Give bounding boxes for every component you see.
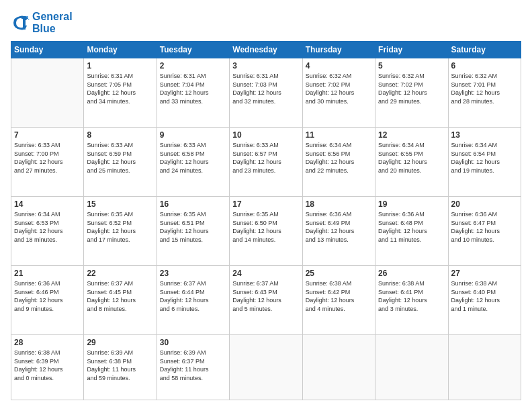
- day-info: Sunrise: 6:36 AMSunset: 6:49 PMDaylight:…: [306, 210, 372, 244]
- day-info: Sunrise: 6:39 AMSunset: 6:38 PMDaylight:…: [87, 349, 153, 382]
- calendar-cell: 1Sunrise: 6:31 AMSunset: 7:05 PMDaylight…: [84, 58, 157, 128]
- day-info: Sunrise: 6:32 AMSunset: 7:02 PMDaylight:…: [378, 72, 445, 105]
- calendar-cell: [448, 334, 521, 400]
- day-info: Sunrise: 6:35 AMSunset: 6:52 PMDaylight:…: [87, 210, 153, 244]
- day-info: Sunrise: 6:34 AMSunset: 6:55 PMDaylight:…: [378, 141, 445, 175]
- calendar-cell: 9Sunrise: 6:33 AMSunset: 6:58 PMDaylight…: [157, 128, 229, 197]
- day-info: Sunrise: 6:34 AMSunset: 6:56 PMDaylight:…: [306, 141, 372, 175]
- calendar-cell: 28Sunrise: 6:38 AMSunset: 6:39 PMDayligh…: [11, 334, 84, 400]
- day-number: 10: [232, 130, 299, 140]
- day-number: 4: [306, 61, 372, 71]
- calendar-cell: 24Sunrise: 6:37 AMSunset: 6:43 PMDayligh…: [230, 266, 302, 335]
- day-info: Sunrise: 6:33 AMSunset: 6:58 PMDaylight:…: [160, 141, 226, 175]
- weekday-header: Monday: [84, 42, 157, 58]
- day-info: Sunrise: 6:31 AMSunset: 7:05 PMDaylight:…: [87, 72, 153, 105]
- calendar-cell: 25Sunrise: 6:38 AMSunset: 6:42 PMDayligh…: [302, 266, 375, 335]
- weekday-header: Tuesday: [157, 42, 229, 58]
- day-number: 2: [160, 61, 226, 71]
- day-number: 20: [451, 199, 518, 209]
- day-info: Sunrise: 6:37 AMSunset: 6:43 PMDaylight:…: [232, 279, 299, 313]
- day-info: Sunrise: 6:31 AMSunset: 7:04 PMDaylight:…: [160, 72, 226, 105]
- calendar-cell: 19Sunrise: 6:36 AMSunset: 6:48 PMDayligh…: [375, 197, 448, 266]
- day-number: 27: [451, 269, 518, 278]
- calendar-table: SundayMondayTuesdayWednesdayThursdayFrid…: [11, 41, 521, 400]
- day-info: Sunrise: 6:33 AMSunset: 6:57 PMDaylight:…: [232, 141, 299, 175]
- calendar-cell: 15Sunrise: 6:35 AMSunset: 6:52 PMDayligh…: [84, 197, 157, 266]
- day-number: 26: [378, 269, 445, 278]
- day-info: Sunrise: 6:37 AMSunset: 6:44 PMDaylight:…: [160, 279, 226, 313]
- day-number: 23: [160, 269, 226, 278]
- day-number: 21: [14, 269, 81, 278]
- calendar-cell: 20Sunrise: 6:36 AMSunset: 6:47 PMDayligh…: [448, 197, 521, 266]
- calendar-cell: 14Sunrise: 6:34 AMSunset: 6:53 PMDayligh…: [11, 197, 84, 266]
- day-number: 19: [378, 199, 445, 209]
- day-number: 30: [160, 338, 226, 347]
- calendar-cell: 23Sunrise: 6:37 AMSunset: 6:44 PMDayligh…: [157, 266, 229, 335]
- day-number: 15: [87, 199, 153, 209]
- day-number: 28: [14, 338, 81, 347]
- day-info: Sunrise: 6:32 AMSunset: 7:01 PMDaylight:…: [451, 72, 518, 105]
- day-info: Sunrise: 6:36 AMSunset: 6:47 PMDaylight:…: [451, 210, 518, 244]
- day-number: 29: [87, 338, 153, 347]
- day-info: Sunrise: 6:36 AMSunset: 6:48 PMDaylight:…: [378, 210, 445, 244]
- calendar-cell: 16Sunrise: 6:35 AMSunset: 6:51 PMDayligh…: [157, 197, 229, 266]
- calendar-cell: 5Sunrise: 6:32 AMSunset: 7:02 PMDaylight…: [375, 58, 448, 128]
- day-number: 14: [14, 199, 81, 209]
- day-number: 11: [306, 130, 372, 140]
- calendar-cell: 11Sunrise: 6:34 AMSunset: 6:56 PMDayligh…: [302, 128, 375, 197]
- calendar-cell: 18Sunrise: 6:36 AMSunset: 6:49 PMDayligh…: [302, 197, 375, 266]
- calendar-cell: 13Sunrise: 6:34 AMSunset: 6:54 PMDayligh…: [448, 128, 521, 197]
- day-number: 12: [378, 130, 445, 140]
- calendar-cell: 10Sunrise: 6:33 AMSunset: 6:57 PMDayligh…: [230, 128, 302, 197]
- day-info: Sunrise: 6:37 AMSunset: 6:45 PMDaylight:…: [87, 279, 153, 313]
- day-number: 8: [87, 130, 153, 140]
- calendar-cell: 3Sunrise: 6:31 AMSunset: 7:03 PMDaylight…: [230, 58, 302, 128]
- calendar-cell: 27Sunrise: 6:38 AMSunset: 6:40 PMDayligh…: [448, 266, 521, 335]
- calendar-cell: 6Sunrise: 6:32 AMSunset: 7:01 PMDaylight…: [448, 58, 521, 128]
- logo-icon: [11, 13, 30, 32]
- weekday-header: Thursday: [302, 42, 375, 58]
- day-number: 24: [232, 269, 299, 278]
- calendar-cell: [11, 58, 84, 128]
- calendar-cell: 29Sunrise: 6:39 AMSunset: 6:38 PMDayligh…: [84, 334, 157, 400]
- day-number: 18: [306, 199, 372, 209]
- calendar-cell: [230, 334, 302, 400]
- day-number: 9: [160, 130, 226, 140]
- calendar-cell: 22Sunrise: 6:37 AMSunset: 6:45 PMDayligh…: [84, 266, 157, 335]
- day-number: 7: [14, 130, 81, 140]
- calendar-cell: 8Sunrise: 6:33 AMSunset: 6:59 PMDaylight…: [84, 128, 157, 197]
- day-info: Sunrise: 6:35 AMSunset: 6:51 PMDaylight:…: [160, 210, 226, 244]
- day-info: Sunrise: 6:39 AMSunset: 6:37 PMDaylight:…: [160, 349, 226, 382]
- calendar-cell: 2Sunrise: 6:31 AMSunset: 7:04 PMDaylight…: [157, 58, 229, 128]
- day-number: 13: [451, 130, 518, 140]
- day-number: 6: [451, 61, 518, 71]
- weekday-header: Saturday: [448, 42, 521, 58]
- calendar-cell: [375, 334, 448, 400]
- calendar-cell: 17Sunrise: 6:35 AMSunset: 6:50 PMDayligh…: [230, 197, 302, 266]
- day-number: 16: [160, 199, 226, 209]
- calendar-cell: 30Sunrise: 6:39 AMSunset: 6:37 PMDayligh…: [157, 334, 229, 400]
- day-info: Sunrise: 6:36 AMSunset: 6:46 PMDaylight:…: [14, 279, 81, 313]
- calendar-cell: 7Sunrise: 6:33 AMSunset: 7:00 PMDaylight…: [11, 128, 84, 197]
- page: General Blue SundayMondayTuesdayWednesda…: [0, 0, 532, 411]
- day-info: Sunrise: 6:38 AMSunset: 6:41 PMDaylight:…: [378, 279, 445, 313]
- calendar-cell: [302, 334, 375, 400]
- day-info: Sunrise: 6:33 AMSunset: 6:59 PMDaylight:…: [87, 141, 153, 175]
- day-number: 22: [87, 269, 153, 278]
- calendar-cell: 21Sunrise: 6:36 AMSunset: 6:46 PMDayligh…: [11, 266, 84, 335]
- weekday-header: Friday: [375, 42, 448, 58]
- day-info: Sunrise: 6:33 AMSunset: 7:00 PMDaylight:…: [14, 141, 81, 175]
- day-number: 17: [232, 199, 299, 209]
- day-info: Sunrise: 6:38 AMSunset: 6:42 PMDaylight:…: [306, 279, 372, 313]
- day-info: Sunrise: 6:31 AMSunset: 7:03 PMDaylight:…: [232, 72, 299, 105]
- day-number: 5: [378, 61, 445, 71]
- weekday-header: Sunday: [11, 42, 84, 58]
- header: General Blue: [11, 11, 521, 34]
- logo-text: General Blue: [32, 11, 73, 34]
- day-info: Sunrise: 6:35 AMSunset: 6:50 PMDaylight:…: [232, 210, 299, 244]
- day-info: Sunrise: 6:38 AMSunset: 6:40 PMDaylight:…: [451, 279, 518, 313]
- day-info: Sunrise: 6:32 AMSunset: 7:02 PMDaylight:…: [306, 72, 372, 105]
- day-info: Sunrise: 6:34 AMSunset: 6:53 PMDaylight:…: [14, 210, 81, 244]
- day-number: 3: [232, 61, 299, 71]
- calendar-cell: 4Sunrise: 6:32 AMSunset: 7:02 PMDaylight…: [302, 58, 375, 128]
